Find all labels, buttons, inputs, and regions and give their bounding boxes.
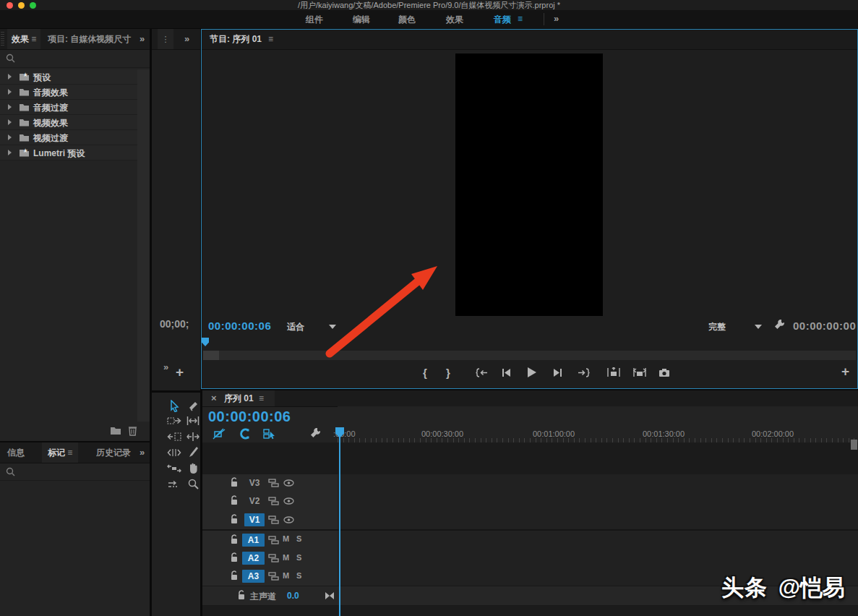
bin-row-lumetri-presets[interactable]: ★ Lumetri 预设 — [0, 145, 137, 161]
sync-lock-icon[interactable] — [268, 516, 279, 524]
step-back-button[interactable] — [502, 368, 511, 377]
sync-lock-icon[interactable] — [268, 554, 279, 562]
collapsed-tab[interactable]: ⋮ — [158, 29, 173, 49]
track-row-a2[interactable]: A2 M S — [202, 549, 858, 568]
sync-lock-icon[interactable] — [268, 497, 279, 505]
workspace-menu-icon[interactable]: ≡ — [518, 14, 523, 24]
play-button[interactable] — [527, 367, 537, 378]
rate-stretch-tool[interactable] — [167, 480, 181, 489]
bin-row-audio-effects[interactable]: 音频效果 — [0, 85, 137, 100]
tab-effects[interactable]: 效果 ≡ — [7, 29, 40, 49]
solo-button[interactable]: S — [296, 534, 301, 543]
tab-project[interactable]: 项目: 自媒体视频尺寸 — [45, 29, 136, 49]
track-row-v2[interactable]: V2 — [202, 492, 858, 510]
timeline-ruler[interactable]: :00:00 00:00:30:00 00:01:00:00 00:01:30:… — [338, 406, 858, 442]
expand-caret-icon[interactable] — [8, 134, 12, 140]
tab-history[interactable]: 历史记录 — [96, 442, 131, 463]
track-target-a2[interactable]: A2 — [242, 552, 265, 565]
master-gain-value[interactable]: 0.0 — [287, 591, 299, 601]
workspace-tab-edit[interactable]: 编辑 — [353, 14, 370, 26]
track-target-v1[interactable]: V1 — [244, 513, 265, 526]
mute-button[interactable]: M — [283, 534, 289, 543]
mute-button[interactable]: M — [283, 553, 289, 562]
expand-caret-icon[interactable] — [8, 104, 12, 110]
lift-button[interactable] — [607, 367, 620, 377]
panel-grip[interactable] — [1, 32, 4, 46]
workspace-tab-components[interactable]: 组件 — [306, 14, 323, 26]
tab-program[interactable]: 节目: 序列 01 — [210, 30, 262, 49]
timeline-vscrollbar-thumb[interactable] — [851, 440, 857, 450]
timeline-current-timecode[interactable]: 00:00:00:06 — [208, 408, 291, 425]
program-scrollbar-thumb[interactable] — [203, 351, 219, 360]
mark-in-button[interactable]: { — [423, 367, 427, 379]
mark-out-button[interactable]: } — [446, 367, 450, 379]
bin-row-video-transitions[interactable]: 视频过渡 — [0, 130, 137, 145]
hand-tool[interactable] — [188, 462, 199, 474]
track-target-v3[interactable]: V3 — [244, 476, 265, 489]
solo-button[interactable]: S — [296, 571, 301, 580]
bin-row-presets[interactable]: ★ 预设 — [0, 69, 137, 85]
bin-row-audio-transitions[interactable]: 音频过渡 — [0, 100, 137, 115]
trash-icon[interactable] — [128, 425, 137, 436]
tab-markers[interactable]: 标记 ≡ — [42, 442, 78, 463]
snap-magnet-icon[interactable] — [239, 428, 250, 440]
slide-tool[interactable] — [167, 464, 181, 473]
effects-scrollbar-track[interactable] — [137, 69, 150, 422]
program-settings-wrench-icon[interactable] — [773, 318, 786, 330]
nest-insert-toggle-icon[interactable] — [213, 428, 226, 440]
toggle-track-output-eye-icon[interactable] — [283, 516, 294, 523]
sync-lock-icon[interactable] — [268, 536, 279, 544]
quality-dropdown-icon[interactable] — [755, 325, 762, 329]
track-lane-v1[interactable] — [338, 510, 858, 530]
track-row-v1[interactable]: V1 — [202, 510, 858, 529]
track-select-forward-tool[interactable] — [167, 416, 181, 425]
razor-tool[interactable] — [188, 401, 199, 411]
new-bin-icon[interactable] — [110, 426, 121, 435]
markers-panel-menu-icon[interactable]: ≡ — [67, 448, 72, 458]
lock-icon[interactable] — [230, 552, 239, 563]
track-row-v3[interactable]: V3 — [202, 474, 858, 492]
close-sequence-icon[interactable]: × — [211, 390, 217, 406]
step-forward-button[interactable] — [553, 368, 562, 377]
effects-panel-overflow-icon[interactable]: » — [140, 33, 145, 44]
expand-caret-icon[interactable] — [8, 74, 12, 80]
mute-button[interactable]: M — [283, 571, 289, 580]
track-lane-a2[interactable] — [338, 549, 858, 568]
pen-tool[interactable] — [188, 446, 199, 458]
expand-caret-icon[interactable] — [8, 150, 12, 155]
timeline-panel-menu-icon[interactable]: ≡ — [259, 390, 264, 406]
track-lane-v3[interactable] — [338, 474, 858, 493]
track-target-v2[interactable]: V2 — [244, 495, 265, 508]
trim-tool[interactable] — [186, 416, 200, 425]
lock-icon[interactable] — [230, 534, 239, 545]
program-scrollbar-track[interactable] — [203, 351, 856, 360]
fit-dropdown-icon[interactable] — [329, 325, 336, 329]
workspace-tab-audio[interactable]: 音频 — [494, 14, 511, 26]
track-target-a3[interactable]: A3 — [242, 570, 265, 583]
tab-sequence[interactable]: × 序列 01 ≡ — [202, 390, 275, 406]
effects-panel-menu-icon[interactable]: ≡ — [31, 34, 36, 44]
go-to-in-button[interactable] — [476, 368, 488, 377]
program-current-timecode[interactable]: 00:00:00:06 — [208, 320, 271, 332]
pan-bowtie-icon[interactable] — [325, 592, 335, 599]
markers-search-field[interactable] — [0, 463, 150, 481]
ripple-edit-tool[interactable] — [167, 432, 181, 441]
bin-row-video-effects[interactable]: 视频效果 — [0, 115, 137, 130]
toggle-track-output-eye-icon[interactable] — [283, 497, 294, 505]
program-playhead-marker[interactable] — [202, 338, 209, 346]
expand-caret-icon[interactable] — [8, 89, 12, 95]
tab-info[interactable]: 信息 — [7, 442, 25, 463]
go-to-out-button[interactable] — [578, 368, 590, 377]
program-add-button[interactable]: + — [841, 364, 849, 380]
lock-icon[interactable] — [230, 477, 239, 488]
lock-icon[interactable] — [237, 590, 246, 601]
program-quality-select[interactable]: 完整 — [708, 321, 726, 333]
lock-icon[interactable] — [230, 570, 239, 581]
solo-button[interactable]: S — [296, 553, 301, 562]
extract-button[interactable] — [633, 367, 646, 377]
program-fit-select[interactable]: 适合 — [287, 321, 304, 333]
selection-tool[interactable] — [170, 400, 180, 412]
lock-icon[interactable] — [230, 495, 239, 506]
sync-lock-icon[interactable] — [268, 479, 279, 487]
lock-icon[interactable] — [230, 514, 239, 525]
